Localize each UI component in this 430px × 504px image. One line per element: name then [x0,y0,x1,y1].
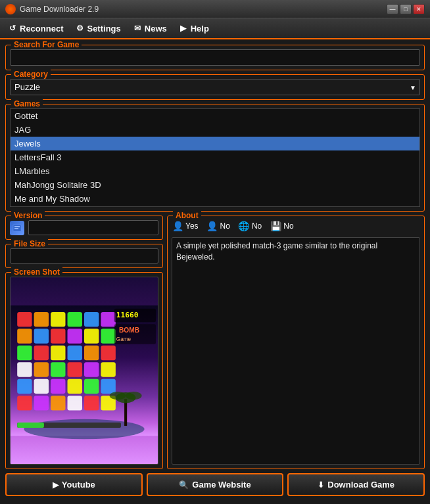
window-controls: — □ ✕ [387,4,425,14]
menu-reconnect-label: Reconnect [20,24,63,34]
version-label: Version [11,211,45,220]
screenshot-label: Screen Shot [11,267,62,277]
game-website-button[interactable]: 🔍 Game Website [147,473,284,496]
filesize-section: File Size 2.03 MB [5,244,163,268]
download-label: Download Game [327,480,394,490]
svg-rect-20 [68,346,82,360]
about-icon-item-4: 💾 No [270,220,293,232]
about-description: A simple yet polished match-3 game simil… [172,237,420,465]
footer: ▶ Youtube 🔍 Game Website ⬇ Download Game [5,473,425,499]
list-item[interactable]: Jewels [11,137,419,150]
svg-rect-10 [101,312,115,327]
svg-rect-33 [84,379,99,394]
reconnect-icon: ↺ [8,24,17,33]
about-icon-label-3: No [252,221,262,231]
category-select[interactable]: Puzzle Action Arcade Strategy Sports Adv… [10,79,420,95]
svg-rect-11 [17,329,32,343]
svg-rect-15 [84,329,99,343]
list-item[interactable]: MahJongg Solitaire 3D [11,178,419,192]
svg-point-48 [110,392,126,400]
svg-rect-35 [17,396,32,410]
menu-news-label: News [145,24,167,34]
left-column: Version 1.0 File Size 2.03 MB [5,216,163,469]
svg-text:Game: Game [116,336,131,342]
svg-rect-39 [84,396,99,410]
version-icon [10,221,24,235]
search-icon: 🔍 [179,480,189,490]
svg-rect-18 [34,346,49,360]
svg-rect-31 [51,379,65,394]
svg-rect-7 [51,312,65,327]
screenshot-image: 11660 BOMB Game [10,277,158,465]
app-icon [5,4,16,14]
svg-rect-17 [17,346,32,360]
screenshot-section: Screen Shot [5,272,163,469]
svg-rect-26 [68,362,82,377]
svg-rect-19 [51,346,65,360]
screenshot-svg: 11660 BOMB Game [11,277,158,464]
svg-rect-6 [34,312,49,327]
svg-rect-51 [17,423,44,428]
list-item[interactable]: LMarbles [11,164,419,178]
svg-rect-23 [17,362,32,377]
menu-bar: ↺ Reconnect ⚙ Settings ✉ News ▶ Help [0,18,430,39]
search-input[interactable] [10,49,420,66]
svg-rect-2 [14,228,18,229]
filesize-label: File Size [11,239,48,248]
menu-item-help[interactable]: ▶ Help [174,21,214,36]
bottom-row: Version 1.0 File Size 2.03 MB [5,216,425,469]
about-icon-item-2: 👤 No [206,220,230,232]
svg-rect-29 [17,379,32,394]
svg-rect-30 [34,379,49,394]
menu-item-reconnect[interactable]: ↺ Reconnect [3,21,68,36]
svg-point-49 [126,392,141,400]
list-item[interactable]: Me and My Shadow [11,192,419,206]
disk-icon: 💾 [270,220,281,232]
download-button[interactable]: ⬇ Download Game [287,473,425,496]
close-button[interactable]: ✕ [413,4,425,14]
main-content: Search For Game Category Puzzle Action A… [0,39,430,504]
svg-rect-8 [68,312,82,327]
svg-rect-36 [34,396,49,410]
menu-item-news[interactable]: ✉ News [128,21,172,36]
youtube-label: Youtube [62,480,95,490]
games-label: Games [11,99,43,108]
svg-rect-14 [68,329,82,343]
menu-help-label: Help [191,24,209,34]
svg-text:BOMB: BOMB [119,327,139,334]
svg-rect-27 [84,362,99,377]
person-icon-1: 👤 [172,220,183,232]
about-icon-label-4: No [283,221,293,231]
menu-item-settings[interactable]: ⚙ Settings [70,21,126,36]
games-list[interactable]: Gottet JAG Jewels LettersFall 3 LMarbles… [10,108,420,207]
svg-rect-13 [51,329,65,343]
news-icon: ✉ [133,24,142,33]
about-icon-label-2: No [220,221,230,231]
svg-rect-12 [34,329,49,343]
svg-rect-24 [34,362,49,377]
youtube-button[interactable]: ▶ Youtube [5,473,143,496]
menu-settings-label: Settings [87,24,120,34]
svg-rect-34 [101,379,115,394]
minimize-button[interactable]: — [387,4,398,14]
about-label: About [173,211,201,220]
list-item[interactable]: Gottet [11,109,419,123]
search-section: Search For Game [5,45,425,70]
svg-rect-32 [68,379,82,394]
svg-rect-38 [68,396,82,410]
search-label: Search For Game [11,40,82,49]
about-icons-row: 👤 Yes 👤 No 🌐 No 💾 No [172,220,420,235]
svg-rect-9 [84,312,99,327]
help-icon: ▶ [179,24,188,33]
version-value: 1.0 [28,220,158,235]
list-item[interactable]: LettersFall 3 [11,150,419,164]
maximize-button[interactable]: □ [400,4,412,14]
about-section: About 👤 Yes 👤 No 🌐 No 💾 No [167,216,425,469]
category-label: Category [11,70,51,79]
svg-rect-5 [17,312,32,327]
svg-rect-37 [51,396,65,410]
about-icon-item-3: 🌐 No [238,220,262,232]
category-select-wrapper: Puzzle Action Arcade Strategy Sports Adv… [10,79,420,95]
svg-rect-1 [14,226,20,227]
list-item[interactable]: JAG [11,123,419,137]
